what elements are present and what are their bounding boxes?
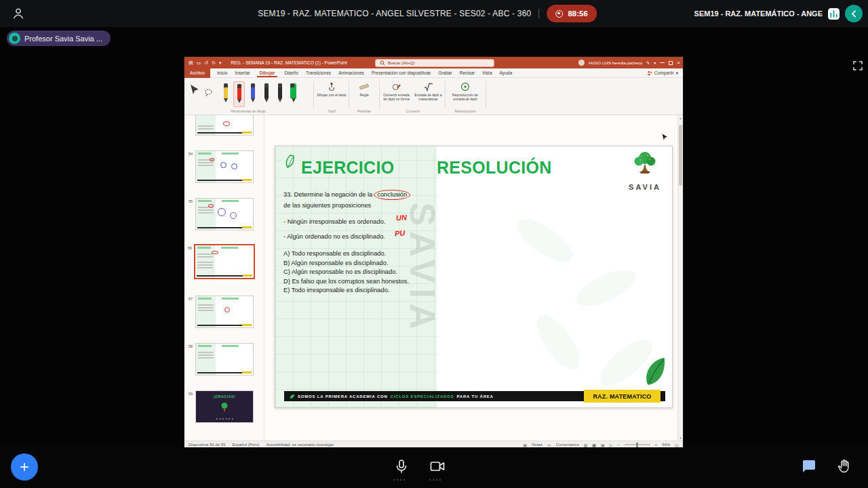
option-b: B) Algún responsable es disciplinado.: [283, 260, 389, 266]
ribbon-options-icon[interactable]: ▾: [654, 60, 656, 65]
tab-revisar[interactable]: Revisar: [459, 69, 475, 77]
camera-button[interactable]: [425, 454, 450, 479]
chat-icon: [800, 458, 816, 474]
quick-access-toolbar: ▤ ▭ ↺ ↻ ▾: [189, 60, 222, 65]
tab-ayuda[interactable]: Ayuda: [499, 69, 513, 77]
slide-thumb-56-selected[interactable]: 56: [194, 244, 255, 279]
current-slide[interactable]: EJERCICIO RESOLUCIÓN SAVIA: [275, 146, 673, 408]
powerpoint-window: ▤ ▭ ↺ ↻ ▾ REG. - SEMANA 19 - RAZ. MATEMA…: [184, 57, 683, 448]
participants-icon[interactable]: [11, 6, 26, 21]
share-button[interactable]: Compartir ▾: [647, 70, 678, 76]
tab-diseno[interactable]: Diseño: [283, 69, 299, 77]
tab-presentacion[interactable]: Presentación con diapositivas: [371, 69, 431, 77]
qat-dropdown-icon[interactable]: ▾: [219, 60, 222, 65]
slide-thumb-53[interactable]: 53: [195, 115, 254, 136]
tab-grabar[interactable]: Grabar: [437, 69, 453, 77]
slide-thumb-57[interactable]: 57: [195, 296, 254, 328]
view-normal-icon[interactable]: ▥: [584, 443, 588, 447]
close-button[interactable]: ×: [677, 60, 680, 66]
add-button[interactable]: [11, 453, 38, 481]
user-avatar: [578, 60, 585, 66]
savia-logo: SAVIA: [626, 150, 664, 191]
slide-position: Diapositiva 56 de 59: [189, 443, 225, 447]
meeting-app: SEM19 - RAZ. MATEMATICO - ANGEL SILVESTR…: [0, 0, 868, 488]
share-dropdown-icon: ▾: [676, 70, 678, 76]
scrollbar-thumb[interactable]: [679, 125, 682, 186]
view-sorter-icon[interactable]: ▦: [592, 443, 596, 447]
scroll-down-icon[interactable]: ▾: [678, 436, 683, 440]
slide-thumb-59-gracias[interactable]: 59 ¡GRACIAS!: [195, 390, 254, 423]
pen-blue[interactable]: [247, 81, 258, 107]
zoom-slider[interactable]: [625, 444, 650, 445]
slide-thumb-54[interactable]: 54: [195, 150, 254, 183]
search-box[interactable]: Buscar (Alt+Q): [375, 59, 494, 67]
pen-black-1[interactable]: [260, 81, 272, 107]
pen-black-2[interactable]: [274, 81, 285, 107]
lasso-select-tool[interactable]: [204, 87, 213, 96]
ppt-workspace: 53 54 55: [184, 115, 683, 441]
redo-icon[interactable]: ↻: [212, 60, 216, 65]
minimize-button[interactable]: [660, 62, 665, 63]
tab-dibujar[interactable]: Dibujar: [257, 69, 278, 77]
pen-yellow[interactable]: [220, 81, 231, 107]
slide-thumbnail-panel[interactable]: 53 54 55: [184, 115, 264, 441]
tab-transiciones[interactable]: Transiciones: [305, 69, 332, 77]
fullscreen-icon[interactable]: [852, 60, 864, 72]
chat-button[interactable]: [796, 454, 821, 479]
notes-button[interactable]: Notas: [532, 443, 542, 447]
ink-to-shape-button[interactable]: Convertir entrada de lápiz en forma: [381, 82, 412, 101]
pen-red-selected[interactable]: [233, 81, 245, 107]
view-slideshow-icon[interactable]: ▷: [610, 443, 613, 447]
tab-insertar[interactable]: Insertar: [234, 69, 250, 77]
slide-title-resolucion: RESOLUCIÓN: [437, 158, 552, 178]
ruler-icon: [359, 82, 369, 92]
footer-leaf-icon: [290, 394, 295, 399]
microphone-button[interactable]: [389, 454, 414, 479]
recording-badge[interactable]: 88:56: [547, 5, 596, 22]
select-tool[interactable]: [190, 84, 199, 96]
slide-thumb-55[interactable]: 55: [195, 198, 254, 230]
meeting-topbar: SEM19 - RAZ. MATEMATICO - ANGEL SILVESTR…: [0, 0, 868, 27]
chevron-left-icon: [849, 9, 859, 19]
course-badge: RAZ. MATEMATICO: [584, 390, 660, 403]
footer-text-highlight: CICLOS ESPECIALIZADOS: [391, 394, 454, 399]
ribbon-draw: Dibujar con el dedo Regla Convertir entr…: [184, 78, 683, 115]
save-icon[interactable]: ▭: [197, 60, 201, 65]
maximize-button[interactable]: [669, 61, 673, 65]
highlighter-green[interactable]: [288, 81, 299, 107]
cam-level-dots: [429, 479, 441, 481]
fit-slide-icon[interactable]: ◱: [675, 443, 679, 447]
search-placeholder: Buscar (Alt+Q): [388, 61, 415, 65]
accessibility-status[interactable]: Accesibilidad: es necesario investigar: [266, 443, 334, 447]
option-d: D) Es falso que los corruptos sean hones…: [283, 278, 409, 285]
record-icon: [555, 10, 563, 18]
view-reading-icon[interactable]: ▤: [601, 443, 605, 447]
presenter-name-pill[interactable]: Profesor Savia Savia ...: [7, 30, 111, 46]
ink-replay-button[interactable]: Reproducción de entrada de lápiz: [448, 82, 483, 101]
back-button[interactable]: [845, 5, 863, 22]
tab-vista[interactable]: Vista: [481, 69, 493, 77]
footer-text-pre: SOMOS LA PRIMERA ACADEMIA CON: [298, 394, 388, 399]
undo-icon[interactable]: ↺: [204, 60, 208, 65]
draw-with-finger-button[interactable]: Dibujar con el dedo: [316, 82, 347, 97]
stats-icon[interactable]: [828, 8, 840, 20]
slide-canvas[interactable]: EJERCICIO RESOLUCIÓN SAVIA: [264, 115, 677, 441]
autosave-icon[interactable]: ▤: [189, 60, 193, 65]
scroll-up-icon[interactable]: ▴: [678, 116, 683, 120]
zoom-in-icon[interactable]: +: [655, 443, 658, 447]
zoom-level[interactable]: 56%: [662, 443, 670, 447]
tab-archivo[interactable]: Archivo: [184, 68, 210, 78]
slide-title-ejercicio: EJERCICIO: [301, 158, 394, 178]
canvas-scrollbar[interactable]: ▴ ▾: [677, 115, 683, 441]
raise-hand-button[interactable]: [832, 454, 856, 479]
presenter-name: Profesor Savia Savia ...: [24, 35, 102, 43]
comments-button[interactable]: Comentarios: [556, 443, 579, 447]
zoom-out-icon[interactable]: −: [617, 443, 620, 447]
tab-animaciones[interactable]: Animaciones: [338, 69, 365, 77]
slide-thumb-58[interactable]: 58: [195, 343, 254, 375]
language-indicator[interactable]: Español (Perú): [232, 443, 259, 447]
ink-icon[interactable]: ✎: [646, 60, 650, 65]
ink-to-math-button[interactable]: Entrada de lápiz a matemáticas: [413, 82, 443, 101]
ruler-button[interactable]: Regla: [351, 82, 377, 97]
tab-inicio[interactable]: Inicio: [216, 69, 228, 77]
